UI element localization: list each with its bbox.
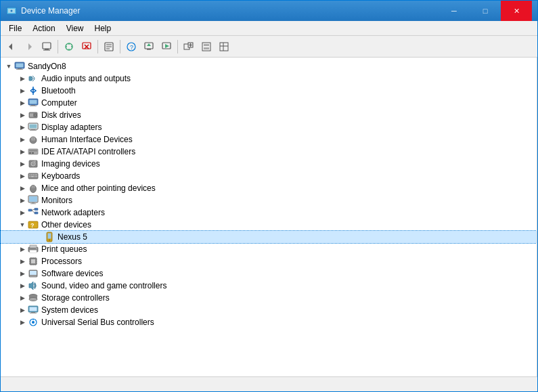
svg-rect-72 — [31, 176, 34, 177]
expand-print-icon[interactable]: ▶ — [17, 244, 28, 255]
svg-rect-53 — [30, 130, 37, 131]
expand-network-icon[interactable]: ▶ — [17, 207, 28, 218]
svg-marker-26 — [165, 44, 169, 48]
mice-icon — [28, 183, 39, 194]
tree-bluetooth-label: Bluetooth — [41, 86, 76, 95]
tree-processors-label: Processors — [41, 257, 82, 266]
expand-hid-icon[interactable]: ▶ — [17, 134, 28, 145]
device-manager-window: Device Manager ─ □ ✕ File Action View He… — [0, 0, 538, 392]
computer-tree-icon — [14, 61, 25, 72]
tree-item-bluetooth[interactable]: ▶ Bluetooth — [1, 85, 537, 97]
menu-file[interactable]: File — [3, 22, 27, 35]
expand-root-icon[interactable]: ▼ — [3, 61, 14, 72]
nexus5-icon — [44, 232, 55, 242]
back-button[interactable] — [3, 39, 20, 55]
expand-system-icon[interactable]: ▶ — [17, 305, 28, 315]
extra1-button[interactable] — [181, 39, 197, 55]
svg-rect-74 — [37, 176, 38, 177]
tree-item-keyboards[interactable]: ▶ Keyboards — [1, 170, 537, 182]
tree-item-root[interactable]: ▼ SandyOn8 — [1, 60, 537, 72]
tree-item-imaging[interactable]: ▶ Imaging devices — [1, 158, 537, 170]
keyboard-icon — [28, 171, 39, 181]
tree-item-display[interactable]: ▶ Display adapters — [1, 121, 537, 133]
proc-icon — [28, 256, 39, 267]
back-icon — [7, 42, 16, 51]
tree-item-sound[interactable]: ▶ Sound, video and game controllers — [1, 280, 537, 292]
expand-other-icon[interactable]: ▼ — [17, 219, 28, 230]
expand-keyboards-icon[interactable]: ▶ — [17, 171, 28, 181]
tree-item-print[interactable]: ▶ Print queues — [1, 243, 537, 255]
system-icon — [28, 305, 39, 315]
svg-rect-120 — [30, 313, 37, 313]
status-bar — [1, 376, 537, 391]
forward-button[interactable] — [21, 39, 37, 55]
minimize-button[interactable]: ─ — [439, 1, 470, 21]
svg-rect-70 — [37, 175, 38, 176]
svg-rect-13 — [83, 43, 91, 49]
expand-ide-icon[interactable]: ▶ — [17, 146, 28, 157]
tree-item-disk[interactable]: ▶ Disk drives — [1, 109, 537, 121]
expand-imaging-icon[interactable]: ▶ — [17, 158, 28, 169]
menu-help[interactable]: Help — [89, 22, 117, 35]
enable-button[interactable] — [158, 39, 175, 55]
svg-rect-41 — [29, 77, 32, 81]
maximize-button[interactable]: □ — [470, 1, 501, 21]
tree-item-hid[interactable]: ▶ Human Interface Devices — [1, 133, 537, 146]
expand-display-icon[interactable]: ▶ — [17, 122, 28, 133]
expand-audio-icon[interactable]: ▶ — [17, 73, 28, 84]
update-button[interactable] — [141, 39, 157, 55]
svg-rect-66 — [30, 175, 31, 176]
properties-icon — [104, 41, 114, 52]
tree-ide-label: IDE ATA/ATAPI controllers — [41, 147, 135, 156]
svg-rect-90 — [48, 234, 51, 239]
expand-usb-icon[interactable]: ▶ — [17, 317, 28, 328]
tree-system-label: System devices — [41, 305, 98, 315]
expand-monitors-icon[interactable]: ▶ — [17, 195, 28, 206]
tree-item-network[interactable]: ▶ Network adapters — [1, 206, 537, 219]
tree-item-ide[interactable]: ▶ IDE ATA/ATAPI controllers — [1, 146, 537, 158]
svg-rect-59 — [29, 152, 31, 154]
extra3-button[interactable] — [216, 39, 232, 55]
expand-sound-icon[interactable]: ▶ — [17, 280, 28, 291]
uninstall-button[interactable] — [79, 39, 95, 55]
svg-rect-58 — [29, 150, 37, 152]
computer-icon — [41, 41, 52, 52]
tree-item-usb[interactable]: ▶ Universal Serial Bus controllers — [1, 316, 537, 328]
extra2-button[interactable] — [198, 39, 215, 55]
help-button[interactable]: ? — [123, 39, 139, 55]
tree-item-mice[interactable]: ▶ Mice and other pointing devices — [1, 182, 537, 194]
tree-item-computer[interactable]: ▶ Computer — [1, 97, 537, 109]
expand-storage-icon[interactable]: ▶ — [17, 292, 28, 303]
svg-rect-39 — [18, 68, 22, 69]
tree-item-audio[interactable]: ▶ Audio inputs and outputs — [1, 72, 537, 85]
menu-action[interactable]: Action — [27, 22, 60, 35]
tree-mice-label: Mice and other pointing devices — [41, 183, 156, 193]
tree-root-label: SandyOn8 — [28, 62, 66, 71]
monitor-icon — [28, 195, 39, 206]
expand-processors-icon[interactable]: ▶ — [17, 256, 28, 267]
tree-item-monitors[interactable]: ▶ Monitors — [1, 194, 537, 206]
svg-rect-80 — [32, 202, 35, 204]
device-tree[interactable]: ▼ SandyOn8 ▶ — [1, 58, 537, 376]
tree-item-software[interactable]: ▶ Software devices — [1, 267, 537, 280]
expand-disk-icon[interactable]: ▶ — [17, 110, 28, 121]
tree-item-processors[interactable]: ▶ — [1, 255, 537, 267]
menu-view[interactable]: View — [61, 22, 89, 35]
svg-rect-81 — [30, 204, 36, 204]
tree-item-storage[interactable]: ▶ Storage controllers — [1, 292, 537, 304]
svg-marker-23 — [147, 43, 151, 46]
tree-item-other[interactable]: ▼ ? Other devices — [1, 219, 537, 231]
tree-print-label: Print queues — [41, 244, 87, 254]
tree-nexus5-label: Nexus 5 — [58, 232, 87, 242]
expand-software-icon[interactable]: ▶ — [17, 268, 28, 279]
expand-bluetooth-icon[interactable]: ▶ — [17, 85, 28, 96]
scan-button[interactable] — [61, 39, 77, 55]
close-button[interactable]: ✕ — [501, 1, 532, 21]
expand-computer-icon[interactable]: ▶ — [17, 97, 28, 108]
display-icon — [28, 122, 39, 133]
properties-button[interactable] — [101, 39, 117, 55]
tree-item-system[interactable]: ▶ System devices — [1, 304, 537, 316]
show-hidden-button[interactable] — [39, 39, 55, 55]
tree-item-nexus5[interactable]: Nexus 5 — [1, 231, 537, 243]
expand-mice-icon[interactable]: ▶ — [17, 183, 28, 194]
